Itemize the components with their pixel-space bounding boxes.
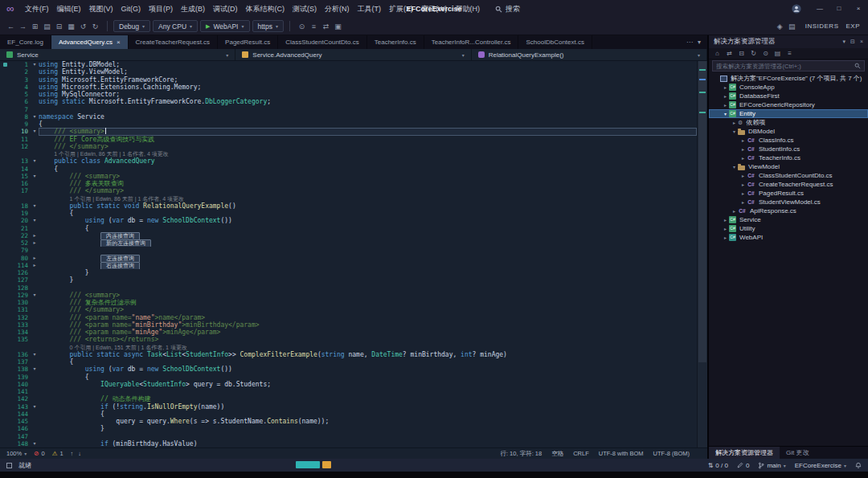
menu-item-1[interactable]: 编辑(E) xyxy=(53,0,85,18)
breadcrumb-method-dropdown[interactable]: RelationalQueryExample()▾ xyxy=(472,49,707,60)
minimize-button[interactable]: — xyxy=(810,0,829,18)
document-tab[interactable]: TeacherInfo.cs xyxy=(367,35,424,49)
code-text[interactable]: public static void RelationalQueryExampl… xyxy=(39,202,697,210)
fold-collapse-icon[interactable]: ▾ xyxy=(31,128,39,135)
fold-collapse-icon[interactable]: ▾ xyxy=(31,61,39,68)
code-line-4[interactable]: 4using Microsoft.Extensions.Caching.Memo… xyxy=(0,84,697,91)
tree-item-classstudentcountdto-cs[interactable]: ▸C#ClassStudentCountDto.cs xyxy=(709,171,868,180)
tree-item-databasefirst[interactable]: ▸C#DatabaseFirst xyxy=(709,92,868,100)
glyph-margin[interactable] xyxy=(0,344,10,351)
save-all-icon[interactable]: ▦ xyxy=(65,18,77,35)
code-text[interactable]: /// <returns></returns> xyxy=(39,336,697,343)
code-text[interactable]: if (!string.IsNullOrEmpty(name)) xyxy=(39,403,697,411)
scrollbar-thumb[interactable] xyxy=(698,61,706,362)
glyph-margin[interactable] xyxy=(0,150,10,157)
code-line-7[interactable]: 7 xyxy=(0,106,697,113)
glyph-margin[interactable] xyxy=(0,374,10,381)
code-text[interactable]: // 动态条件构建 xyxy=(39,395,697,402)
compare-icon[interactable]: ⇄ xyxy=(320,18,332,35)
code-text[interactable] xyxy=(39,106,697,113)
code-text[interactable]: IQueryable<StudentInfo> query = db.Stude… xyxy=(39,381,697,388)
code-text[interactable]: } xyxy=(39,276,697,284)
code-line-132[interactable]: 132 /// <param name="name">name</param> xyxy=(0,314,697,321)
code-text[interactable]: query = query.Where(s => s.StudentName.C… xyxy=(39,418,697,425)
tree-item-efcoregenericrepository[interactable]: ▸C#EFCoreGenericRepository xyxy=(709,100,868,109)
solution-search-input[interactable] xyxy=(716,63,851,70)
codelens-info[interactable]: 1 个引用 | Edwin, 86 天前 | 1 名作者, 4 项更改 xyxy=(39,195,697,202)
code-text[interactable]: using Microsoft.Extensions.Caching.Memor… xyxy=(39,84,697,91)
tree-item-viewmodel[interactable]: ▾ViewModel xyxy=(709,162,868,171)
collapsed-region[interactable]: 左连接查询 xyxy=(100,255,140,262)
start-debugging-button[interactable]: ▶WebAPI▾ xyxy=(200,20,249,32)
undo-icon[interactable]: ↺ xyxy=(77,18,89,35)
document-tab[interactable]: AdvancedQuery.cs× xyxy=(51,35,129,49)
glyph-margin[interactable] xyxy=(0,276,10,284)
code-text[interactable]: using (var db = new SchoolDbContext()) xyxy=(39,366,697,373)
chevron-down-icon[interactable]: ▾ xyxy=(843,39,846,45)
code-line-52[interactable]: 52▸ 新的左连接查询 xyxy=(0,239,697,247)
code-line-12[interactable]: 12 /// </summary> xyxy=(0,143,697,150)
dock-icon[interactable]: ⊟ xyxy=(850,39,855,45)
code-text[interactable] xyxy=(39,433,697,440)
code-line-3[interactable]: 3using Microsoft.EntityFrameworkCore; xyxy=(0,76,697,84)
glyph-margin[interactable] xyxy=(0,121,10,128)
glyph-margin[interactable] xyxy=(0,187,10,194)
fold-collapse-icon[interactable]: ▾ xyxy=(31,351,39,358)
code-text[interactable]: { xyxy=(39,210,697,217)
fold-collapse-icon[interactable]: ▾ xyxy=(31,366,39,373)
glyph-margin[interactable] xyxy=(0,113,10,121)
code-line-21[interactable]: 21 { xyxy=(0,225,697,232)
glyph-margin[interactable] xyxy=(0,306,10,313)
codelens-row[interactable]: 1 个引用 | Edwin, 86 天前 | 1 名作者, 4 项更改 xyxy=(0,195,697,202)
code-line-9[interactable]: 9{ xyxy=(0,121,697,128)
encoding-bom-indicator[interactable]: UTF-8 (BOM) xyxy=(653,450,690,457)
menu-item-8[interactable]: 测试(S) xyxy=(289,0,321,18)
maximize-button[interactable]: □ xyxy=(829,0,849,18)
glyph-margin[interactable] xyxy=(0,225,10,232)
fold-expand-icon[interactable]: ▸ xyxy=(31,262,39,269)
git-sync-indicator[interactable]: ⇅0 / 0 xyxy=(708,462,728,469)
tree-item-service[interactable]: ▸C#Service xyxy=(709,215,868,224)
tree-expand-icon[interactable]: ▸ xyxy=(739,190,747,196)
code-text[interactable]: { xyxy=(39,165,697,173)
code-line-142[interactable]: 142 // 动态条件构建 xyxy=(0,395,697,402)
glyph-margin[interactable] xyxy=(0,239,10,247)
breadcrumb-project-dropdown[interactable]: Service▾ xyxy=(0,49,235,60)
tree-item-node[interactable]: ▸⚙依赖项 xyxy=(709,118,868,127)
line-ending-indicator[interactable]: CRLF xyxy=(573,450,589,457)
code-text[interactable]: /// <summary> xyxy=(39,128,697,135)
code-line-136[interactable]: 136▾ public static async Task<List<Stude… xyxy=(0,351,697,358)
switch-views-icon[interactable]: ⇄ xyxy=(724,48,735,59)
code-text[interactable] xyxy=(39,388,697,395)
repository-selector[interactable]: EFCoreExercise ▾ xyxy=(795,462,846,469)
code-line-13[interactable]: 13▾ public class AdvancedQuery xyxy=(0,157,697,165)
code-line-8[interactable]: 8▾namespace Service xyxy=(0,113,697,121)
menu-item-7[interactable]: 体系结构(C) xyxy=(242,0,289,18)
code-text[interactable]: /// <summary> xyxy=(39,173,697,180)
codelens-row[interactable]: 1 个引用 | Edwin, 86 天前 | 1 名作者, 4 项更改 xyxy=(0,150,697,157)
glyph-margin[interactable] xyxy=(0,440,10,447)
glyph-margin[interactable] xyxy=(0,336,10,343)
menu-item-5[interactable]: 生成(B) xyxy=(177,0,209,18)
tree-collapse-icon[interactable]: ▾ xyxy=(722,111,729,116)
fold-collapse-icon[interactable]: ▾ xyxy=(31,157,39,165)
glyph-margin[interactable] xyxy=(0,292,10,299)
browser-link-icon[interactable]: ▣ xyxy=(332,18,344,35)
glyph-margin[interactable] xyxy=(0,329,10,336)
code-text[interactable]: public class AdvancedQuery xyxy=(39,157,697,165)
code-line-79[interactable]: 79 xyxy=(0,247,697,254)
code-line-147[interactable]: 147 xyxy=(0,433,697,440)
glyph-margin[interactable] xyxy=(0,143,10,150)
document-tab[interactable]: ClassStudentCountDto.cs xyxy=(278,35,367,49)
code-text[interactable]: /// </summary> xyxy=(39,306,697,313)
codelens-info[interactable]: 0 个引用 | Edwin, 151 天前 | 1 名作者, 1 项更改 xyxy=(39,344,697,351)
tree-expand-icon[interactable]: ▸ xyxy=(722,235,729,240)
menu-item-0[interactable]: 文件(F) xyxy=(21,0,53,18)
code-line-5[interactable]: 5using MySqlConnector; xyxy=(0,91,697,98)
platform-dropdown[interactable]: Any CPU▾ xyxy=(153,20,198,32)
glyph-margin[interactable] xyxy=(0,232,10,239)
titlebar-search[interactable]: 搜索 xyxy=(495,4,520,14)
code-text[interactable]: /// <summary> xyxy=(39,292,697,299)
tree-item-studentviewmodel-cs[interactable]: ▸C#StudentViewModel.cs xyxy=(709,198,868,206)
code-line-114[interactable]: 114▸ 右连接查询 xyxy=(0,262,697,269)
